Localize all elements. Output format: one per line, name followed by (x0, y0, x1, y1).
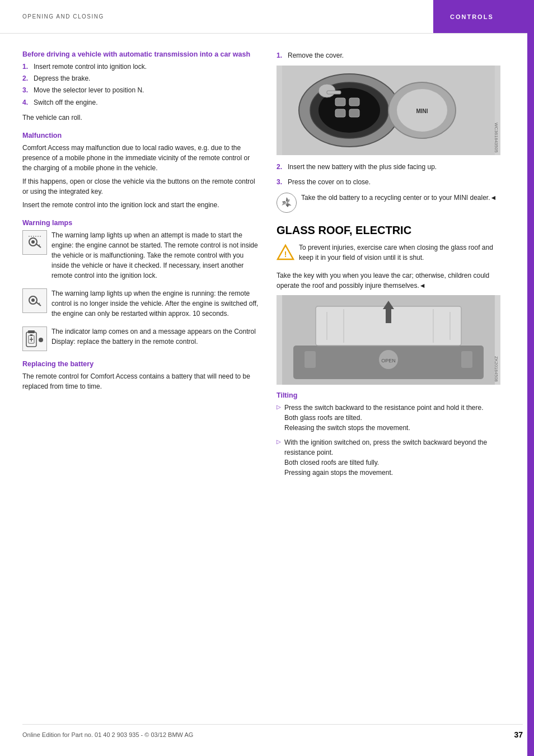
recycling-symbol-icon (279, 195, 294, 211)
glass-roof-image: OPEN ZK20184508 (277, 295, 500, 385)
warning-key-icon (26, 234, 43, 251)
remote-image-caption: WC361843505 (494, 123, 499, 152)
svg-rect-23 (349, 109, 359, 117)
remote-svg: MINI (277, 66, 500, 155)
section2-para3: Insert the remote control into the ignit… (22, 200, 260, 210)
warning-triangle-container: ! (277, 244, 294, 266)
svg-rect-10 (28, 330, 35, 333)
step2-text: Insert the new battery with the plus sid… (288, 162, 437, 172)
warning-icon-2 (22, 288, 47, 313)
right-step1: 1. Remove the cover. (277, 50, 500, 61)
section1-title: Before driving a vehicle with automatic … (22, 50, 260, 58)
svg-rect-20 (335, 98, 345, 106)
section4-para: The remote control for Comfort Access co… (22, 371, 260, 391)
section4-title: Replacing the battery (22, 360, 260, 368)
svg-line-8 (39, 303, 40, 304)
bullet-arrow-icon-2: ▷ (277, 438, 281, 445)
right-accent-bar (527, 0, 534, 756)
main-content: Before driving a vehicle with automatic … (0, 34, 534, 499)
warning2-text: The warning lamp lights up when the engi… (51, 288, 260, 319)
svg-point-6 (31, 298, 35, 302)
footer-text: Online Edition for Part no. 01 40 2 903 … (22, 731, 193, 738)
roof-svg: OPEN (277, 295, 500, 385)
svg-rect-25 (327, 91, 341, 94)
warning-icon-3 (22, 326, 47, 351)
remote-control-image: MINI WC361843505 (277, 66, 500, 155)
page-header: OPENING AND CLOSING CONTROLS (0, 0, 534, 34)
svg-point-15 (39, 338, 43, 342)
tilting-bullet2-text: With the ignition switched on, press the… (284, 437, 500, 478)
section3-title: Warning lamps (22, 219, 260, 227)
list-item: 4.Switch off the engine. (22, 97, 260, 108)
tilting-section: Tilting ▷ Press the switch backward to t… (277, 391, 500, 478)
tilting-bullet1-text: Press the switch backward to the resista… (284, 403, 484, 433)
right-step3: 3. Press the cover on to close. (277, 177, 500, 188)
list-item: 2.Depress the brake. (22, 73, 260, 84)
glass-roof-note: Take the key with you when you leave the… (277, 270, 500, 291)
right-steps-top: 1. Remove the cover. (277, 50, 500, 61)
warning1-text: The warning lamp lights up when an attem… (51, 230, 260, 281)
page: OPENING AND CLOSING CONTROLS Before driv… (0, 0, 534, 756)
svg-point-1 (31, 240, 35, 244)
svg-rect-21 (349, 98, 359, 106)
svg-rect-12 (30, 334, 32, 336)
svg-text:OPEN: OPEN (381, 358, 396, 363)
warning3-text: The indicator lamp comes on and a messag… (51, 326, 260, 348)
recycling-text: Take the old battery to a recycling cent… (301, 193, 496, 203)
svg-rect-38 (461, 351, 472, 368)
svg-line-3 (39, 245, 40, 246)
warning-key2-icon (26, 292, 43, 309)
glass-roof-title: GLASS ROOF, ELECTRIC (277, 224, 500, 237)
list-item: 3.Move the selector lever to position N. (22, 85, 260, 96)
section1-steps: 1.Insert remote control into ignition lo… (22, 62, 260, 108)
recycling-icon (277, 193, 297, 213)
section2-title: Malfunction (22, 132, 260, 139)
warning-triangle-icon: ! (277, 244, 294, 262)
step2-num: 2. (277, 162, 284, 172)
step3-text: Press the cover on to close. (288, 177, 371, 188)
page-footer: Online Edition for Part no. 01 40 2 903 … (22, 724, 523, 745)
warning-icon-1 (22, 230, 47, 255)
right-step2: 2. Insert the new battery with the plus … (277, 162, 500, 172)
warning-item-2: The warning lamp lights up when the engi… (22, 288, 260, 322)
right-column: 1. Remove the cover. (277, 50, 500, 482)
header-left: OPENING AND CLOSING (0, 0, 433, 33)
list-item: 1.Insert remote control into ignition lo… (22, 62, 260, 72)
roof-image-caption: ZK20184508 (494, 356, 499, 382)
tilting-bullet2: ▷ With the ignition switched on, press t… (277, 437, 500, 478)
step1-num: 1. (277, 50, 284, 61)
svg-text:MINI: MINI (416, 108, 428, 114)
step1-text: Remove the cover. (288, 50, 344, 61)
svg-text:!: ! (284, 250, 287, 259)
warning-item-3: The indicator lamp comes on and a messag… (22, 326, 260, 351)
page-number: 37 (514, 730, 523, 739)
section-label: OPENING AND CLOSING (22, 13, 104, 20)
battery-indicator-icon (24, 328, 46, 350)
glass-roof-warning: ! To prevent injuries, exercise care whe… (277, 242, 500, 266)
section2-para1: Comfort Access may malfunction due to lo… (22, 143, 260, 173)
step3-num: 3. (277, 177, 284, 188)
bullet-arrow-icon-1: ▷ (277, 404, 281, 410)
warning-item-1: The warning lamp lights up when an attem… (22, 230, 260, 284)
recycling-note: Take the old battery to a recycling cent… (277, 193, 500, 213)
svg-rect-22 (335, 109, 345, 117)
glass-roof-warning-text: To prevent injuries, exercise care when … (299, 242, 500, 263)
tilting-title: Tilting (277, 391, 500, 399)
tilting-bullet1: ▷ Press the switch backward to the resis… (277, 403, 500, 433)
left-column: Before driving a vehicle with automatic … (22, 50, 260, 482)
controls-label: CONTROLS (433, 0, 534, 33)
section2-para2: If this happens, open or close the vehic… (22, 176, 260, 197)
section1-note: The vehicle can roll. (22, 113, 260, 123)
svg-rect-37 (305, 351, 316, 368)
